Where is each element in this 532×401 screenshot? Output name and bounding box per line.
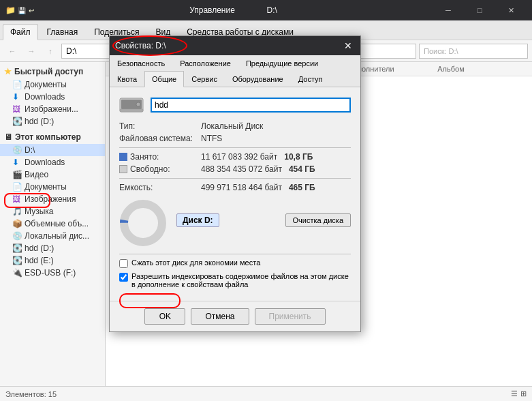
sidebar-item-label: hdd (D:) — [25, 243, 54, 253]
capacity-row: Емкость: 499 971 518 464 байт 465 ГБ — [119, 183, 351, 192]
sidebar-item-documents-quick[interactable]: 📄 Документы — [0, 78, 105, 91]
drive-name-input[interactable] — [151, 98, 351, 113]
tab-general[interactable]: Общие — [144, 71, 184, 87]
window-title-text: Управление — [189, 5, 235, 15]
folder-icon: 📁 — [5, 5, 15, 15]
back-button[interactable]: ← — [4, 43, 20, 59]
sidebar-item-3d-objects[interactable]: 📦 Объемные объ... — [0, 218, 105, 230]
minimize-button[interactable]: ─ — [433, 0, 464, 20]
grid-view-icon[interactable]: ⊞ — [520, 389, 527, 398]
folder-icon: 📄 — [12, 80, 22, 89]
col-album: Альбом — [437, 65, 527, 73]
type-label: Тип: — [119, 121, 201, 131]
dialog-tabs: Безопасность Расположение Предыдущие вер… — [110, 55, 360, 87]
type-value: Локальный Диск — [201, 121, 263, 131]
ok-button[interactable]: OK — [144, 308, 185, 325]
disk-icon: 💿 — [12, 145, 22, 155]
sidebar-item-documents-pc[interactable]: 📄 Документы — [0, 181, 105, 193]
fs-row: Файловая система: NTFS — [119, 134, 351, 143]
hdd-icon: 💽 — [12, 243, 22, 253]
sidebar-item-hdd-d[interactable]: 💽 hdd (D:) — [0, 242, 105, 254]
drive-icon — [119, 95, 144, 115]
sidebar-item-downloads-pc[interactable]: ⬇ Downloads — [0, 156, 105, 168]
tab-hardware[interactable]: Оборудование — [225, 71, 291, 87]
up-button[interactable]: ↑ — [42, 43, 59, 59]
title-save-icon: 💾 — [18, 7, 26, 14]
apply-button[interactable]: Применить — [255, 308, 326, 325]
list-view-icon[interactable]: ☰ — [511, 389, 518, 398]
clean-disk-button[interactable]: Очистка диска — [285, 213, 351, 227]
index-label: Разрешить индексировать содержимое файло… — [131, 272, 351, 288]
index-checkbox[interactable] — [119, 273, 128, 282]
type-row: Тип: Локальный Диск — [119, 121, 351, 131]
sidebar-item-hdd-quick[interactable]: 💽 hdd (D:) — [0, 115, 105, 128]
capacity-gb: 465 ГБ — [289, 183, 315, 192]
sidebar-item-label: Объемные объ... — [25, 219, 89, 228]
title-bar-left: 📁 💾 ↩ — [5, 5, 34, 15]
sidebar-item-label: hdd (D:) — [25, 117, 54, 126]
free-bytes: 488 354 435 072 байт — [201, 164, 282, 174]
disk-label-row: Диск D: Очистка диска — [176, 213, 351, 227]
sidebar-item-label: Downloads — [25, 92, 65, 102]
dialog-buttons: OK Отмена Применить — [110, 301, 360, 331]
occupied-color-indicator — [119, 153, 127, 161]
sidebar-item-video[interactable]: 🎬 Видео — [0, 168, 105, 181]
image-icon: 🖼 — [12, 194, 22, 204]
window-title: Управление D:\ — [34, 5, 433, 15]
sidebar-item-label: Видео — [25, 170, 48, 179]
tab-access[interactable]: Доступ — [291, 71, 330, 87]
sidebar-item-label: Музыка — [25, 207, 53, 216]
close-button[interactable]: ✕ — [495, 0, 527, 20]
sidebar-item-label: D:\ — [25, 145, 35, 155]
sidebar-item-label: Изображения — [25, 194, 76, 204]
sidebar-item-d-drive[interactable]: 💿 D:\ — [0, 144, 105, 156]
this-pc-header[interactable]: 🖥 Этот компьютер — [0, 130, 105, 144]
sidebar-item-images-quick[interactable]: 🖼 Изображени... — [0, 103, 105, 115]
col-performers: Исполнители — [349, 65, 438, 73]
compress-checkbox[interactable] — [119, 259, 128, 268]
sidebar-item-downloads-quick[interactable]: ⬇ Downloads — [0, 91, 105, 103]
title-undo-icon: ↩ — [29, 7, 34, 14]
free-label: Свободно: — [130, 164, 170, 174]
objects-icon: 📦 — [12, 219, 22, 228]
quick-access-section: ★ Быстрый доступ 📄 Документы ⬇ Downloads… — [0, 65, 105, 128]
capacity-bytes: 499 971 518 464 байт — [201, 183, 282, 192]
sidebar-item-music[interactable]: 🎵 Музыка — [0, 205, 105, 218]
music-icon: 🎵 — [12, 207, 22, 216]
tab-service[interactable]: Сервис — [184, 71, 225, 87]
sidebar-item-hdd-e[interactable]: 💽 hdd (E:) — [0, 254, 105, 267]
dialog-title-bar: Свойства: D:\ ✕ — [110, 36, 360, 55]
svg-point-6 — [131, 211, 155, 235]
sidebar-item-label: Локальный дис... — [25, 231, 89, 241]
sidebar-item-label: ESD-USB (F:) — [25, 268, 76, 278]
tab-previous-versions[interactable]: Предыдущие версии — [238, 55, 326, 71]
sidebar-item-esd-usb[interactable]: 🔌 ESD-USB (F:) — [0, 267, 105, 279]
this-pc-section: 🖥 Этот компьютер 💿 D:\ ⬇ Downloads 🎬 Вид… — [0, 130, 105, 279]
window-controls: ─ □ ✕ — [433, 0, 527, 20]
sidebar-item-label: Документы — [25, 182, 67, 192]
dialog-close-button[interactable]: ✕ — [341, 39, 355, 53]
dialog-content: Тип: Локальный Диск Файловая система: NT… — [110, 87, 360, 301]
tab-security[interactable]: Безопасность — [110, 55, 172, 71]
search-bar[interactable]: Поиск: D:\ — [419, 44, 528, 59]
occupied-label: Занято: — [130, 152, 159, 162]
tab-location[interactable]: Расположение — [172, 55, 238, 71]
window-drive-text: D:\ — [267, 5, 277, 15]
cancel-button[interactable]: Отмена — [191, 308, 249, 325]
sidebar-item-label: hdd (E:) — [25, 256, 54, 265]
tab-home[interactable]: Главная — [40, 24, 86, 40]
sidebar-item-local-disk[interactable]: 💿 Локальный дис... — [0, 230, 105, 242]
sidebar-item-images-pc[interactable]: 🖼 Изображения — [0, 193, 105, 205]
occupied-gb: 10,8 ГБ — [284, 152, 313, 162]
status-bar: Элементов: 15 ☰ ⊞ — [0, 386, 532, 401]
compress-label: Сжать этот диск для экономии места — [131, 258, 260, 267]
divider2 — [119, 178, 351, 179]
tab-file[interactable]: Файл — [3, 24, 38, 40]
forward-button[interactable]: → — [23, 43, 40, 59]
free-row: Свободно: 488 354 435 072 байт 454 ГБ — [119, 164, 351, 174]
maximize-button[interactable]: □ — [464, 0, 495, 20]
quick-access-header[interactable]: ★ Быстрый доступ — [0, 65, 105, 78]
free-gb: 454 ГБ — [289, 164, 315, 174]
usb-icon: 🔌 — [12, 268, 22, 278]
tab-quota[interactable]: Квота — [110, 71, 144, 87]
